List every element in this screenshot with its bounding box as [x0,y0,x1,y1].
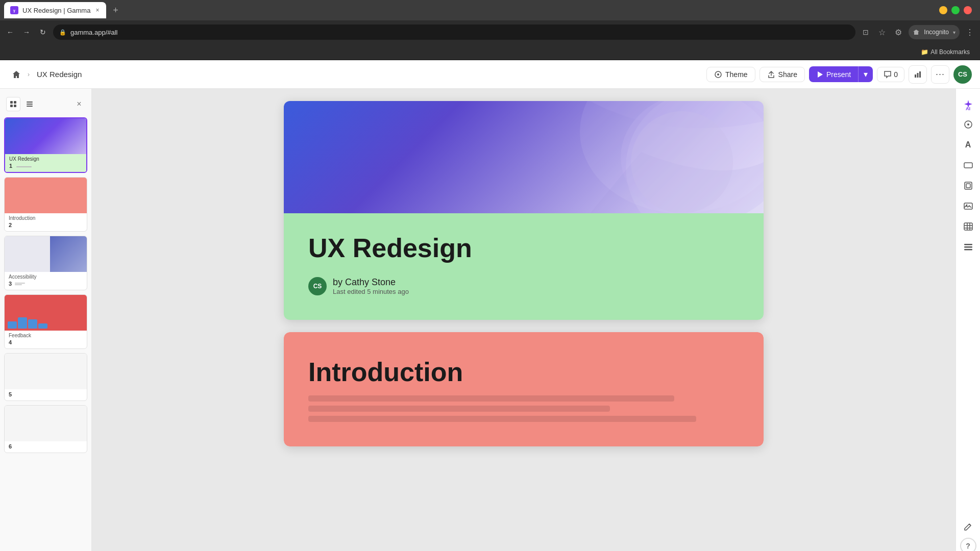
svg-rect-8 [10,101,13,104]
cast-icon[interactable]: ⊡ [860,26,872,38]
slides-sidebar: × UX Redesign 1 [0,89,92,551]
browser-right-controls: ⊡ ☆ ⚙ Incognito ▾ ⋮ [860,25,976,39]
bookmark-folder-icon: 📁 [921,48,928,56]
svg-rect-10 [10,105,13,107]
table-tool-button[interactable] [959,217,977,236]
list-icon [26,101,33,108]
slide-thumbnail-4[interactable]: Feedback 4 [4,294,87,349]
slide-2-body [308,395,739,422]
slide-label-area-2: Introduction 2 [5,213,87,231]
slide-card-2[interactable]: Introduction [284,332,764,446]
color-tool-button[interactable] [959,115,977,134]
breadcrumb-current[interactable]: UX Redesign [33,68,86,81]
slide-card-1[interactable]: ▾ UX Redesign CS [284,101,764,320]
slide-label-2: Introduction [9,215,83,221]
present-main-button[interactable]: Present [809,67,858,82]
slide-thumb-4 [5,295,87,331]
text-tool-button[interactable]: A [959,136,977,154]
svg-rect-13 [27,104,33,105]
slide-thumbnail-5[interactable]: 5 [4,353,87,401]
slide-number-5: 5 [9,391,83,397]
slide-thumb-3 [5,236,87,272]
tab-close-button[interactable]: × [94,6,100,15]
author-avatar: CS [308,277,327,295]
new-tab-button[interactable]: + [108,3,122,17]
layers-tool-button[interactable] [959,177,977,195]
browser-menu-button[interactable]: ⋮ [964,26,976,38]
svg-rect-11 [14,105,16,107]
bookmark-label: All Bookmarks [930,48,970,56]
url-text: gamma.app/#all [70,29,118,36]
layers-icon [963,181,973,191]
more-options-button[interactable]: ··· [931,65,949,84]
slide-number-1: 1 [9,163,82,169]
slide-thumb-6 [5,406,87,441]
address-bar-row: ← → ↻ 🔒 gamma.app/#all ⊡ ☆ ⚙ Incognito ▾… [0,20,980,44]
incognito-menu[interactable]: Incognito ▾ [909,25,960,39]
slide-canvas[interactable]: ▾ UX Redesign CS [92,89,955,551]
slide-1-decoration [284,101,764,213]
close-window-button[interactable] [964,6,972,14]
window-controls [939,6,976,14]
svg-rect-34 [964,249,972,251]
reload-button[interactable]: ↻ [37,26,49,38]
grid-icon [10,101,17,108]
help-button[interactable]: ? [960,538,976,551]
edit-tool-button[interactable] [959,517,977,536]
svg-rect-32 [964,244,972,245]
text-a-icon: A [965,140,971,149]
svg-rect-6 [917,73,919,78]
home-button[interactable] [8,66,24,83]
svg-text:γ: γ [13,9,15,13]
incognito-chevron: ▾ [953,30,955,35]
slide-1-title: UX Redesign [308,234,739,263]
present-button-group: Present ▾ [809,66,873,82]
svg-rect-27 [964,223,972,230]
image-tool-button[interactable] [959,197,977,215]
bookmark-all[interactable]: 📁 All Bookmarks [917,46,974,58]
card-tool-button[interactable] [959,156,977,174]
bookmark-star-button[interactable]: ☆ [876,26,888,38]
ai-label: AI [966,106,970,111]
sidebar-close-button[interactable]: × [73,98,85,110]
slide-2-title: Introduction [308,357,739,387]
slide-thumb-5 [5,354,87,389]
back-button[interactable]: ← [4,26,16,38]
right-tools-sidebar: AI A [955,89,980,551]
tab-title: UX Redesign | Gamma [22,7,90,14]
forward-button[interactable]: → [20,26,33,38]
analytics-button[interactable] [909,65,927,84]
breadcrumb-separator: › [28,71,30,78]
present-dropdown-button[interactable]: ▾ [858,66,873,82]
grid-view-button[interactable] [6,97,20,111]
sidebar-header: × [4,95,87,115]
active-tab[interactable]: γ UX Redesign | Gamma × [4,2,106,18]
author-info: by Cathy Stone Last edited 5 minutes ago [333,277,409,295]
color-icon [963,119,973,130]
address-bar[interactable]: 🔒 gamma.app/#all [53,24,855,40]
slide-thumbnail-3[interactable]: Accessibility 3 [4,236,87,290]
extensions-button[interactable]: ⚙ [892,26,904,38]
minimize-button[interactable] [939,6,947,14]
user-avatar[interactable]: CS [953,65,972,84]
comments-button[interactable]: 0 [877,67,904,82]
slide-label-1: UX Redesign [9,156,82,162]
menu-tool-button[interactable] [959,238,977,256]
lock-icon: 🔒 [59,29,66,36]
maximize-button[interactable] [951,6,960,14]
toolbar-actions: Theme Share Present ▾ [706,65,972,84]
ai-tool-button[interactable]: AI [959,95,977,113]
slide-2-content: Introduction [284,332,764,446]
theme-button[interactable]: Theme [706,67,755,82]
svg-rect-5 [915,74,916,78]
slide-thumbnail-6[interactable]: 6 [4,405,87,453]
slide-thumbnail-1[interactable]: UX Redesign 1 [4,117,87,173]
slide-number-3: 3 [9,281,83,287]
list-view-button[interactable] [22,97,37,111]
svg-marker-4 [818,71,823,78]
image-icon [963,201,973,211]
tab-favicon: γ [10,6,18,14]
svg-rect-23 [965,182,972,189]
slide-thumbnail-2[interactable]: Introduction 2 [4,177,87,232]
share-button[interactable]: Share [760,67,805,82]
